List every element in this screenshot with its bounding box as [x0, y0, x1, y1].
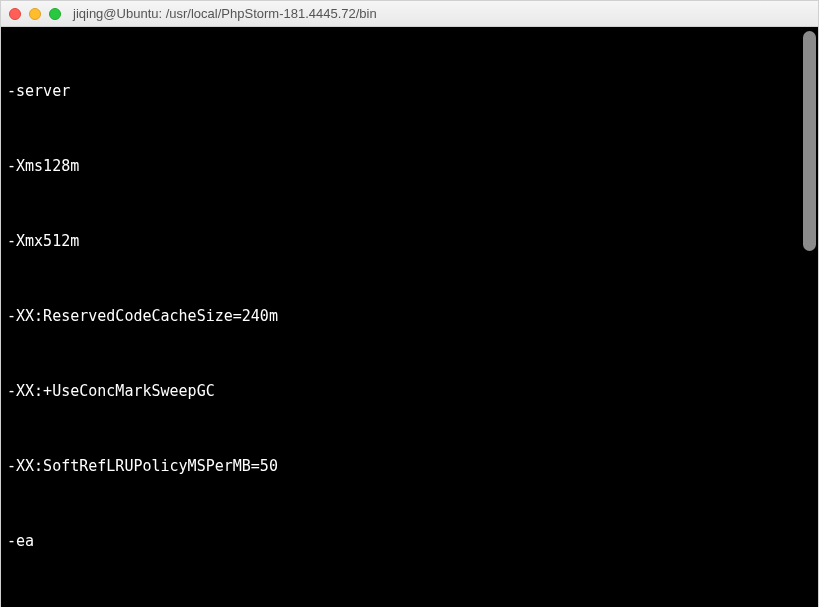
- file-line: -XX:SoftRefLRUPolicyMSPerMB=50: [7, 454, 812, 479]
- file-line: -ea: [7, 529, 812, 554]
- zoom-icon[interactable]: [49, 8, 61, 20]
- close-icon[interactable]: [9, 8, 21, 20]
- minimize-icon[interactable]: [29, 8, 41, 20]
- file-line: -server: [7, 79, 812, 104]
- titlebar[interactable]: jiqing@Ubuntu: /usr/local/PhpStorm-181.4…: [1, 1, 818, 27]
- terminal-area[interactable]: -server -Xms128m -Xmx512m -XX:ReservedCo…: [1, 27, 818, 607]
- window-title: jiqing@Ubuntu: /usr/local/PhpStorm-181.4…: [73, 6, 377, 21]
- terminal-window: jiqing@Ubuntu: /usr/local/PhpStorm-181.4…: [0, 0, 819, 607]
- file-line: -XX:ReservedCodeCacheSize=240m: [7, 304, 812, 329]
- file-line: -Xms128m: [7, 154, 812, 179]
- window-controls: [9, 8, 61, 20]
- file-line: -XX:+UseConcMarkSweepGC: [7, 379, 812, 404]
- terminal-content[interactable]: -server -Xms128m -Xmx512m -XX:ReservedCo…: [7, 29, 812, 607]
- scrollbar-thumb[interactable]: [803, 31, 816, 251]
- file-line: -Xmx512m: [7, 229, 812, 254]
